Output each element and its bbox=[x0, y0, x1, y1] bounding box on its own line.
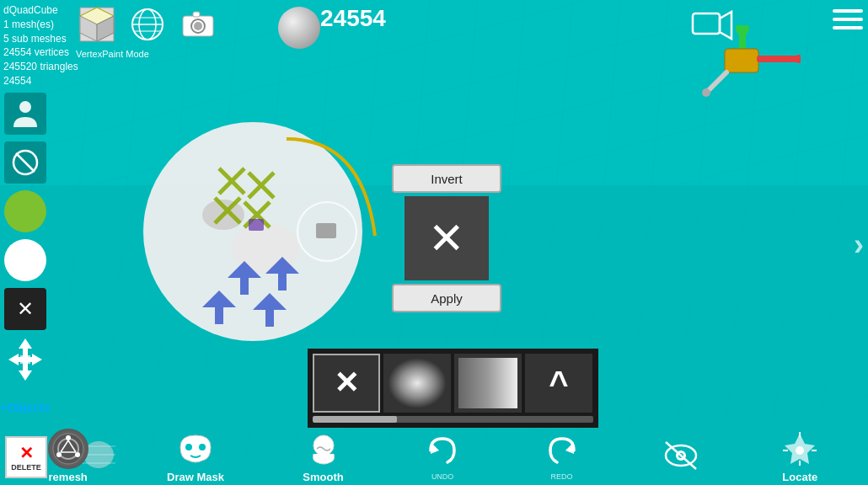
remesh-icon-visual bbox=[48, 429, 88, 469]
counter-small: 24554 bbox=[3, 74, 78, 88]
green-dot-tool[interactable] bbox=[4, 190, 46, 232]
remesh-tool[interactable]: remesh bbox=[48, 429, 88, 483]
x-brush[interactable]: ✕ bbox=[313, 354, 380, 413]
white-dot-tool[interactable] bbox=[4, 239, 46, 281]
info-panel: dQuadCube 1 mesh(es) 5 sub meshes 24554 … bbox=[3, 3, 78, 88]
slash-tool[interactable] bbox=[4, 141, 46, 184]
svg-point-15 bbox=[194, 22, 202, 30]
objects-button[interactable]: +Objects bbox=[0, 401, 51, 414]
undo-label: UNDO bbox=[431, 472, 454, 481]
svg-rect-22 bbox=[757, 56, 799, 62]
sub-meshes: 5 sub meshes bbox=[3, 32, 78, 46]
locate-svg bbox=[781, 430, 818, 467]
brush-progress-bar[interactable] bbox=[313, 416, 593, 423]
redo-icon bbox=[542, 430, 582, 471]
svg-point-20 bbox=[736, 25, 749, 35]
remesh-icon bbox=[48, 429, 88, 469]
draw-mask-label: Draw Mask bbox=[167, 471, 224, 483]
chevron-brush-icon: ^ bbox=[549, 365, 568, 402]
top-icons bbox=[76, 3, 219, 45]
camera-icon[interactable] bbox=[177, 3, 219, 45]
draw-mask-tool[interactable]: Draw Mask bbox=[167, 429, 224, 483]
avatar-icon bbox=[10, 99, 40, 129]
locate-label: Locate bbox=[782, 471, 817, 483]
vertex-paint-label: VertexPaint Mode bbox=[76, 49, 149, 59]
move-tool[interactable] bbox=[7, 337, 44, 386]
smooth-tool[interactable]: Smooth bbox=[303, 429, 343, 483]
svg-marker-53 bbox=[32, 354, 42, 365]
svg-marker-49 bbox=[19, 370, 32, 381]
move-tool-icon bbox=[7, 337, 44, 382]
invert-label: Invert bbox=[431, 172, 463, 186]
smooth-label: Smooth bbox=[303, 471, 343, 483]
svg-marker-72 bbox=[565, 442, 574, 454]
x-display[interactable]: ✕ bbox=[405, 196, 489, 280]
undo-svg bbox=[424, 432, 461, 469]
cloud-brush[interactable] bbox=[383, 354, 451, 413]
hamburger-line-3 bbox=[833, 26, 863, 29]
3d-model[interactable] bbox=[118, 84, 388, 354]
brush-selector-panel: ✕ ^ bbox=[308, 349, 598, 428]
invert-button[interactable]: Invert bbox=[392, 164, 501, 193]
cube-svg bbox=[78, 6, 115, 43]
bottom-toolbar: remesh Draw Mask Smooth bbox=[0, 426, 868, 485]
locate-tool[interactable]: Locate bbox=[780, 429, 820, 483]
remesh-label: remesh bbox=[49, 471, 88, 483]
undo-icon bbox=[422, 430, 463, 471]
globe-icon[interactable] bbox=[126, 3, 169, 45]
avatar-tool[interactable] bbox=[4, 93, 46, 135]
objects-label: +Objects bbox=[0, 401, 51, 414]
svg-point-25 bbox=[702, 88, 710, 97]
hamburger-line-2 bbox=[833, 18, 863, 21]
svg-point-62 bbox=[66, 435, 71, 440]
cube-icon[interactable] bbox=[76, 3, 118, 45]
svg-line-46 bbox=[16, 153, 35, 172]
remesh-svg bbox=[52, 433, 84, 465]
triangles: 245520 triangles bbox=[3, 60, 78, 74]
camera-svg bbox=[181, 9, 215, 40]
cloud-brush-icon bbox=[388, 358, 447, 408]
x-icon: ✕ bbox=[428, 213, 465, 264]
chevron-brush[interactable]: ^ bbox=[525, 354, 592, 413]
model-svg bbox=[118, 84, 388, 354]
brush-row: ✕ ^ bbox=[313, 354, 593, 413]
hamburger-line-1 bbox=[833, 9, 863, 13]
eye-icon bbox=[661, 435, 701, 476]
mask-svg bbox=[177, 432, 214, 466]
smooth-svg bbox=[305, 430, 342, 467]
svg-marker-51 bbox=[8, 354, 19, 365]
transform-gizmo bbox=[691, 25, 801, 101]
mesh-count: 1 mesh(es) bbox=[3, 18, 78, 32]
redo-tool[interactable]: REDO bbox=[542, 430, 582, 481]
smooth-icon bbox=[303, 429, 344, 469]
popup-panel: Invert ✕ Apply bbox=[392, 164, 501, 312]
svg-point-63 bbox=[75, 452, 80, 457]
globe-svg bbox=[131, 8, 164, 41]
brush-progress-fill bbox=[313, 416, 397, 423]
gradient-brush-icon bbox=[458, 358, 517, 408]
svg-rect-43 bbox=[249, 219, 264, 231]
apply-button[interactable]: Apply bbox=[392, 284, 501, 312]
sphere-preview bbox=[278, 7, 320, 49]
black-x-tool[interactable]: ✕ bbox=[4, 288, 46, 330]
locate-icon bbox=[780, 429, 820, 469]
undo-tool[interactable]: UNDO bbox=[422, 430, 463, 481]
hide-tool[interactable] bbox=[661, 435, 701, 476]
hamburger-menu[interactable] bbox=[833, 7, 863, 32]
redo-svg bbox=[544, 432, 581, 469]
svg-point-70 bbox=[313, 435, 334, 456]
svg-marker-71 bbox=[431, 442, 439, 454]
svg-marker-47 bbox=[19, 338, 32, 349]
object-name: dQuadCube bbox=[3, 3, 78, 18]
nav-chevron-right[interactable]: › bbox=[854, 227, 864, 263]
apply-label: Apply bbox=[431, 291, 463, 306]
gradient-brush[interactable] bbox=[454, 354, 522, 413]
vertices: 24554 vertices bbox=[3, 45, 78, 60]
svg-rect-21 bbox=[725, 49, 758, 72]
svg-rect-55 bbox=[20, 355, 30, 364]
svg-point-64 bbox=[56, 452, 62, 457]
svg-line-24 bbox=[708, 72, 726, 91]
svg-rect-42 bbox=[316, 223, 336, 238]
gizmo-svg bbox=[691, 25, 801, 101]
top-counter: 24554 bbox=[320, 5, 386, 32]
